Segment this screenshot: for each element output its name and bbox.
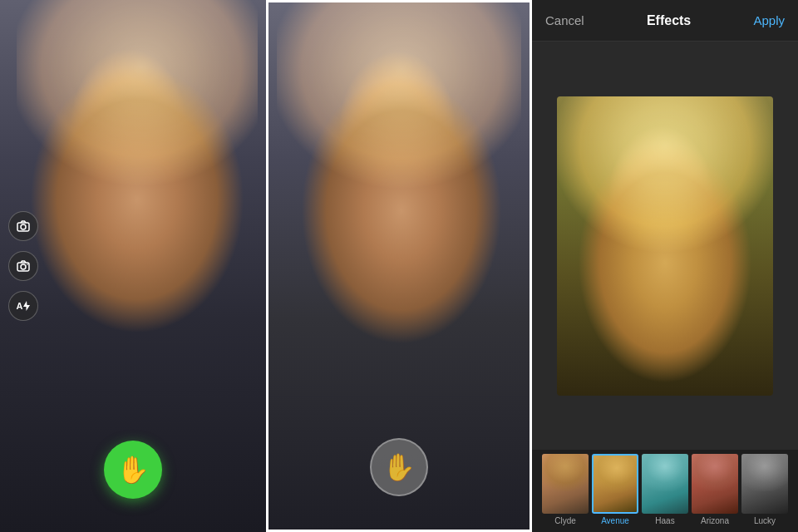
filter-lucky[interactable]: Lucky (741, 454, 788, 525)
hand-green-icon: ✋ (116, 454, 150, 485)
camera-icon[interactable] (8, 211, 38, 241)
svg-point-3 (21, 264, 26, 269)
filter-clyde-thumb (542, 454, 589, 514)
filter-arizona-hair (692, 454, 738, 491)
grab-green-button[interactable]: ✋ (104, 441, 162, 499)
filter-haas-label: Haas (655, 516, 674, 525)
filter-clyde-hair (542, 454, 589, 491)
filter-arizona-label: Arizona (701, 516, 729, 525)
effects-header: Cancel Effects Apply (532, 0, 798, 42)
filter-arizona-thumb (692, 454, 738, 514)
effects-title: Effects (647, 13, 691, 28)
effects-preview-image (557, 96, 773, 396)
camera-controls: A (8, 211, 38, 321)
svg-marker-5 (23, 301, 30, 311)
filter-haas-hair (642, 454, 688, 491)
hand-gray-icon: ✋ (382, 451, 416, 483)
apply-button[interactable]: Apply (753, 13, 785, 27)
filter-clyde[interactable]: Clyde (542, 454, 589, 525)
middle-photo-panel: ✋ (266, 0, 532, 532)
filter-arizona[interactable]: Arizona (692, 454, 738, 525)
left-photo-panel: A ✋ (0, 0, 266, 532)
left-hair (17, 0, 258, 266)
filter-haas-thumb (642, 454, 688, 514)
filter-lucky-thumb (741, 454, 788, 514)
effects-panel: Cancel Effects Apply Clyde Avenue (532, 0, 798, 532)
flash-auto-icon[interactable]: A (8, 291, 38, 321)
filter-clyde-label: Clyde (554, 516, 576, 525)
middle-hair (277, 2, 521, 268)
camera2-icon[interactable] (8, 251, 38, 281)
svg-point-1 (21, 224, 26, 229)
filter-avenue-thumb (592, 454, 638, 514)
filter-lucky-hair (741, 454, 788, 491)
filter-avenue-hair (594, 456, 637, 493)
preview-hair (557, 96, 773, 263)
filter-haas[interactable]: Haas (642, 454, 688, 525)
cancel-button[interactable]: Cancel (545, 13, 584, 27)
filter-avenue[interactable]: Avenue (592, 454, 638, 525)
filter-lucky-label: Lucky (754, 516, 776, 525)
filter-thumbnails: Clyde Avenue Haas Arizona (532, 450, 798, 532)
effects-preview-area (532, 42, 798, 450)
filter-avenue-label: Avenue (601, 516, 629, 525)
grab-gray-button[interactable]: ✋ (370, 438, 428, 496)
